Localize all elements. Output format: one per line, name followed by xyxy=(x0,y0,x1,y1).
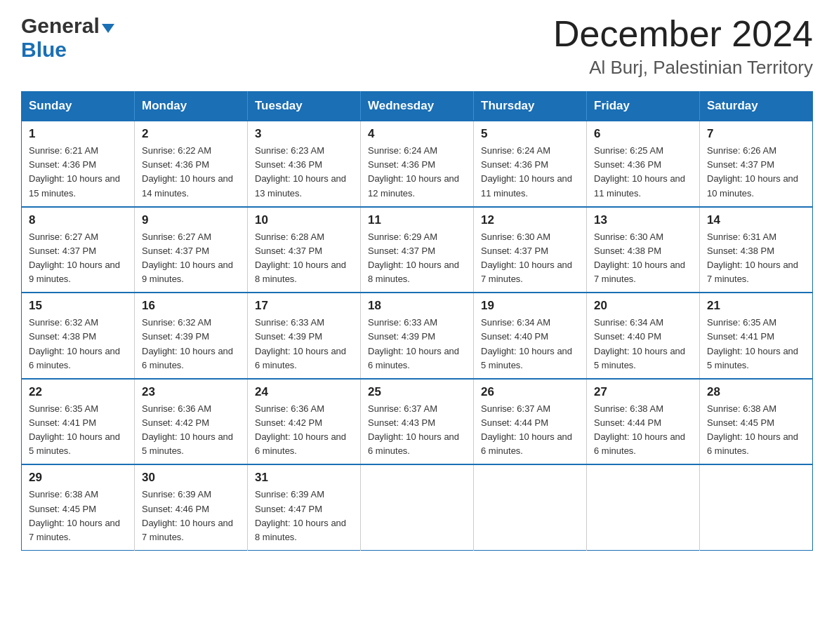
calendar-cell: 20 Sunrise: 6:34 AM Sunset: 4:40 PM Dayl… xyxy=(587,293,700,379)
day-info: Sunrise: 6:35 AM Sunset: 4:41 PM Dayligh… xyxy=(29,402,127,459)
day-info: Sunrise: 6:26 AM Sunset: 4:37 PM Dayligh… xyxy=(707,144,805,201)
day-number: 13 xyxy=(594,213,692,227)
day-info: Sunrise: 6:36 AM Sunset: 4:42 PM Dayligh… xyxy=(255,402,353,459)
calendar-cell: 11 Sunrise: 6:29 AM Sunset: 4:37 PM Dayl… xyxy=(361,207,474,293)
day-number: 14 xyxy=(707,213,805,227)
calendar-cell: 27 Sunrise: 6:38 AM Sunset: 4:44 PM Dayl… xyxy=(587,379,700,465)
calendar-cell: 21 Sunrise: 6:35 AM Sunset: 4:41 PM Dayl… xyxy=(700,293,813,379)
day-number: 30 xyxy=(142,471,240,485)
calendar-cell: 13 Sunrise: 6:30 AM Sunset: 4:38 PM Dayl… xyxy=(587,207,700,293)
calendar-cell: 18 Sunrise: 6:33 AM Sunset: 4:39 PM Dayl… xyxy=(361,293,474,379)
day-info: Sunrise: 6:27 AM Sunset: 4:37 PM Dayligh… xyxy=(142,230,240,287)
calendar-table: Sunday Monday Tuesday Wednesday Thursday… xyxy=(21,91,813,551)
calendar-cell: 26 Sunrise: 6:37 AM Sunset: 4:44 PM Dayl… xyxy=(474,379,587,465)
day-number: 11 xyxy=(368,213,466,227)
day-info: Sunrise: 6:24 AM Sunset: 4:36 PM Dayligh… xyxy=(368,144,466,201)
calendar-cell: 17 Sunrise: 6:33 AM Sunset: 4:39 PM Dayl… xyxy=(248,293,361,379)
calendar-cell: 8 Sunrise: 6:27 AM Sunset: 4:37 PM Dayli… xyxy=(22,207,135,293)
calendar-cell: 14 Sunrise: 6:31 AM Sunset: 4:38 PM Dayl… xyxy=(700,207,813,293)
day-number: 3 xyxy=(255,127,353,141)
calendar-week-row: 1 Sunrise: 6:21 AM Sunset: 4:36 PM Dayli… xyxy=(22,121,813,207)
calendar-week-row: 8 Sunrise: 6:27 AM Sunset: 4:37 PM Dayli… xyxy=(22,207,813,293)
day-number: 26 xyxy=(481,385,579,399)
day-number: 28 xyxy=(707,385,805,399)
day-number: 17 xyxy=(255,299,353,313)
day-info: Sunrise: 6:37 AM Sunset: 4:44 PM Dayligh… xyxy=(481,402,579,459)
day-number: 6 xyxy=(594,127,692,141)
calendar-cell: 16 Sunrise: 6:32 AM Sunset: 4:39 PM Dayl… xyxy=(135,293,248,379)
day-number: 31 xyxy=(255,471,353,485)
day-number: 7 xyxy=(707,127,805,141)
day-number: 23 xyxy=(142,385,240,399)
day-info: Sunrise: 6:23 AM Sunset: 4:36 PM Dayligh… xyxy=(255,144,353,201)
day-number: 18 xyxy=(368,299,466,313)
col-tuesday: Tuesday xyxy=(248,92,361,121)
calendar-cell xyxy=(587,464,700,550)
calendar-header-row: Sunday Monday Tuesday Wednesday Thursday… xyxy=(22,92,813,121)
day-info: Sunrise: 6:35 AM Sunset: 4:41 PM Dayligh… xyxy=(707,316,805,373)
col-monday: Monday xyxy=(135,92,248,121)
calendar-cell: 31 Sunrise: 6:39 AM Sunset: 4:47 PM Dayl… xyxy=(248,464,361,550)
calendar-week-row: 29 Sunrise: 6:38 AM Sunset: 4:45 PM Dayl… xyxy=(22,464,813,550)
calendar-cell: 3 Sunrise: 6:23 AM Sunset: 4:36 PM Dayli… xyxy=(248,121,361,207)
calendar-cell: 23 Sunrise: 6:36 AM Sunset: 4:42 PM Dayl… xyxy=(135,379,248,465)
day-info: Sunrise: 6:37 AM Sunset: 4:43 PM Dayligh… xyxy=(368,402,466,459)
day-info: Sunrise: 6:39 AM Sunset: 4:46 PM Dayligh… xyxy=(142,488,240,544)
day-number: 20 xyxy=(594,299,692,313)
title-block: December 2024 Al Burj, Palestinian Terri… xyxy=(553,14,813,79)
calendar-cell xyxy=(474,464,587,550)
calendar-cell: 4 Sunrise: 6:24 AM Sunset: 4:36 PM Dayli… xyxy=(361,121,474,207)
day-info: Sunrise: 6:32 AM Sunset: 4:38 PM Dayligh… xyxy=(29,316,127,373)
calendar-subtitle: Al Burj, Palestinian Territory xyxy=(553,57,813,79)
calendar-week-row: 22 Sunrise: 6:35 AM Sunset: 4:41 PM Dayl… xyxy=(22,379,813,465)
calendar-cell: 1 Sunrise: 6:21 AM Sunset: 4:36 PM Dayli… xyxy=(22,121,135,207)
calendar-cell: 28 Sunrise: 6:38 AM Sunset: 4:45 PM Dayl… xyxy=(700,379,813,465)
calendar-cell: 19 Sunrise: 6:34 AM Sunset: 4:40 PM Dayl… xyxy=(474,293,587,379)
day-number: 2 xyxy=(142,127,240,141)
calendar-cell: 22 Sunrise: 6:35 AM Sunset: 4:41 PM Dayl… xyxy=(22,379,135,465)
col-thursday: Thursday xyxy=(474,92,587,121)
day-number: 4 xyxy=(368,127,466,141)
day-number: 19 xyxy=(481,299,579,313)
calendar-cell: 24 Sunrise: 6:36 AM Sunset: 4:42 PM Dayl… xyxy=(248,379,361,465)
logo-blue: Blue xyxy=(21,38,67,61)
col-sunday: Sunday xyxy=(22,92,135,121)
day-info: Sunrise: 6:38 AM Sunset: 4:44 PM Dayligh… xyxy=(594,402,692,459)
calendar-cell: 10 Sunrise: 6:28 AM Sunset: 4:37 PM Dayl… xyxy=(248,207,361,293)
calendar-cell: 5 Sunrise: 6:24 AM Sunset: 4:36 PM Dayli… xyxy=(474,121,587,207)
day-number: 16 xyxy=(142,299,240,313)
day-info: Sunrise: 6:27 AM Sunset: 4:37 PM Dayligh… xyxy=(29,230,127,287)
calendar-cell: 25 Sunrise: 6:37 AM Sunset: 4:43 PM Dayl… xyxy=(361,379,474,465)
calendar-cell: 2 Sunrise: 6:22 AM Sunset: 4:36 PM Dayli… xyxy=(135,121,248,207)
col-friday: Friday xyxy=(587,92,700,121)
day-number: 15 xyxy=(29,299,127,313)
calendar-cell xyxy=(361,464,474,550)
col-saturday: Saturday xyxy=(700,92,813,121)
day-number: 1 xyxy=(29,127,127,141)
calendar-cell: 29 Sunrise: 6:38 AM Sunset: 4:45 PM Dayl… xyxy=(22,464,135,550)
page-header: General Blue December 2024 Al Burj, Pale… xyxy=(21,14,813,79)
day-info: Sunrise: 6:39 AM Sunset: 4:47 PM Dayligh… xyxy=(255,488,353,544)
day-number: 9 xyxy=(142,213,240,227)
calendar-title: December 2024 xyxy=(553,14,813,54)
calendar-cell: 15 Sunrise: 6:32 AM Sunset: 4:38 PM Dayl… xyxy=(22,293,135,379)
calendar-week-row: 15 Sunrise: 6:32 AM Sunset: 4:38 PM Dayl… xyxy=(22,293,813,379)
day-info: Sunrise: 6:38 AM Sunset: 4:45 PM Dayligh… xyxy=(707,402,805,459)
day-number: 8 xyxy=(29,213,127,227)
day-info: Sunrise: 6:33 AM Sunset: 4:39 PM Dayligh… xyxy=(368,316,466,373)
calendar-cell: 6 Sunrise: 6:25 AM Sunset: 4:36 PM Dayli… xyxy=(587,121,700,207)
logo: General Blue xyxy=(21,14,114,62)
day-info: Sunrise: 6:28 AM Sunset: 4:37 PM Dayligh… xyxy=(255,230,353,287)
day-number: 24 xyxy=(255,385,353,399)
day-info: Sunrise: 6:22 AM Sunset: 4:36 PM Dayligh… xyxy=(142,144,240,201)
day-number: 25 xyxy=(368,385,466,399)
calendar-cell: 9 Sunrise: 6:27 AM Sunset: 4:37 PM Dayli… xyxy=(135,207,248,293)
day-number: 29 xyxy=(29,471,127,485)
calendar-cell xyxy=(700,464,813,550)
day-number: 21 xyxy=(707,299,805,313)
day-info: Sunrise: 6:30 AM Sunset: 4:37 PM Dayligh… xyxy=(481,230,579,287)
day-info: Sunrise: 6:21 AM Sunset: 4:36 PM Dayligh… xyxy=(29,144,127,201)
day-info: Sunrise: 6:32 AM Sunset: 4:39 PM Dayligh… xyxy=(142,316,240,373)
day-number: 10 xyxy=(255,213,353,227)
day-number: 27 xyxy=(594,385,692,399)
